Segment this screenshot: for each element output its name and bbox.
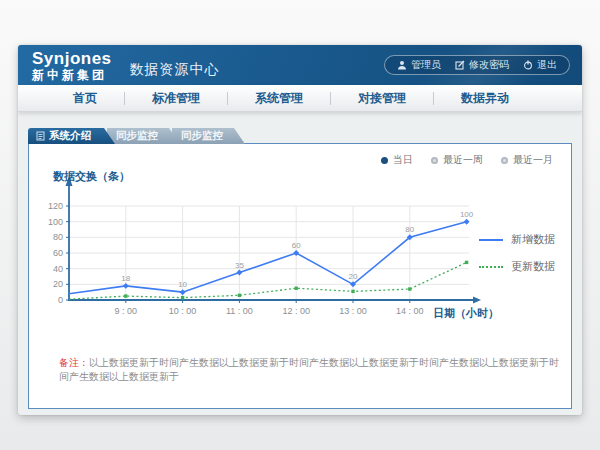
range-option-label: 当日	[393, 153, 413, 167]
svg-text:100: 100	[48, 217, 63, 227]
app-header: Synjones 新中新集团 数据资源中心 管理员 修改密码 退出	[18, 45, 582, 85]
radio-icon	[501, 157, 508, 164]
svg-text:80: 80	[53, 232, 63, 242]
range-option-last-month[interactable]: 最近一月	[501, 153, 553, 167]
nav-item-standard-mgmt[interactable]: 标准管理	[125, 90, 227, 107]
range-option-label: 最近一月	[513, 153, 553, 167]
radio-icon	[431, 157, 438, 164]
tab-label: 同步监控	[181, 129, 223, 143]
main-nav: 首页 标准管理 系统管理 对接管理 数据异动	[18, 85, 582, 112]
nav-item-interface-mgmt[interactable]: 对接管理	[331, 90, 433, 107]
document-icon	[36, 131, 45, 141]
range-option-last-week[interactable]: 最近一周	[431, 153, 483, 167]
edit-icon	[455, 60, 465, 70]
footnote: 备注：以上数据更新于时间产生数据以上数据更新于时间产生数据以上数据更新于时间产生…	[59, 356, 559, 384]
svg-text:100: 100	[460, 210, 474, 219]
user-icon	[397, 60, 407, 70]
svg-text:60: 60	[292, 241, 301, 250]
svg-text:80: 80	[405, 225, 414, 234]
chart-legend: 新增数据 更新数据	[479, 232, 555, 274]
svg-text:日期（小时）: 日期（小时）	[433, 307, 499, 320]
svg-text:12 : 00: 12 : 00	[282, 306, 310, 316]
svg-text:10 : 00: 10 : 00	[169, 306, 197, 316]
radio-icon	[381, 157, 388, 164]
logo-brand: Synjones	[32, 50, 112, 67]
footnote-prefix: 备注：	[59, 357, 89, 368]
tab-bar: 系统介绍 同步监控 同步监控	[28, 128, 245, 144]
svg-text:10: 10	[178, 280, 187, 289]
time-range-group: 当日 最近一周 最近一月	[381, 153, 553, 167]
svg-text:11 : 00: 11 : 00	[226, 306, 253, 316]
user-toolbar: 管理员 修改密码 退出	[384, 55, 570, 75]
svg-text:20: 20	[349, 272, 358, 281]
tab-system-intro[interactable]: 系统介绍	[28, 128, 115, 144]
current-user-label: 管理员	[411, 58, 441, 72]
power-icon	[523, 60, 533, 70]
tab-label: 同步监控	[116, 129, 158, 143]
tab-sync-monitor-2[interactable]: 同步监控	[172, 128, 245, 144]
dotted-line-swatch	[479, 266, 503, 268]
solid-line-swatch	[479, 239, 503, 241]
nav-item-data-change[interactable]: 数据异动	[434, 90, 536, 107]
app-title: 数据资源中心	[130, 61, 220, 79]
tab-sync-monitor-1[interactable]: 同步监控	[107, 128, 180, 144]
svg-text:14 : 00: 14 : 00	[396, 306, 424, 316]
tab-label: 系统介绍	[49, 129, 91, 143]
footnote-text: 以上数据更新于时间产生数据以上数据更新于时间产生数据以上数据更新于时间产生数据以…	[59, 357, 559, 382]
logout-label: 退出	[537, 58, 557, 72]
range-option-label: 最近一周	[443, 153, 483, 167]
svg-text:20: 20	[53, 279, 63, 289]
legend-item-new-data[interactable]: 新增数据	[479, 232, 555, 247]
svg-text:13 : 00: 13 : 00	[339, 306, 367, 316]
nav-item-home[interactable]: 首页	[46, 90, 124, 107]
change-password-label: 修改密码	[469, 58, 509, 72]
legend-label: 新增数据	[511, 232, 555, 247]
svg-text:35: 35	[235, 261, 244, 270]
logout-button[interactable]: 退出	[523, 58, 557, 72]
chart-panel: 当日 最近一周 最近一月 0204060801001209 : 0010 : 0…	[28, 143, 572, 409]
legend-item-updated-data[interactable]: 更新数据	[479, 259, 555, 274]
svg-text:120: 120	[48, 201, 63, 211]
content-area: 系统介绍 同步监控 同步监控 当日 最近一周	[18, 112, 582, 415]
logo-company-name: 新中新集团	[32, 69, 112, 81]
svg-text:40: 40	[53, 264, 63, 274]
legend-label: 更新数据	[511, 259, 555, 274]
nav-item-system-mgmt[interactable]: 系统管理	[228, 90, 330, 107]
svg-text:60: 60	[53, 248, 63, 258]
current-user[interactable]: 管理员	[397, 58, 441, 72]
change-password-button[interactable]: 修改密码	[455, 58, 509, 72]
svg-text:18: 18	[121, 274, 130, 283]
svg-text:数据交换（条）: 数据交换（条）	[52, 170, 130, 183]
range-option-today[interactable]: 当日	[381, 153, 413, 167]
svg-text:0: 0	[58, 295, 63, 305]
company-logo: Synjones 新中新集团	[32, 50, 112, 81]
app-window: Synjones 新中新集团 数据资源中心 管理员 修改密码 退出 首页 标准管…	[18, 45, 582, 415]
svg-text:9 : 00: 9 : 00	[115, 306, 138, 316]
